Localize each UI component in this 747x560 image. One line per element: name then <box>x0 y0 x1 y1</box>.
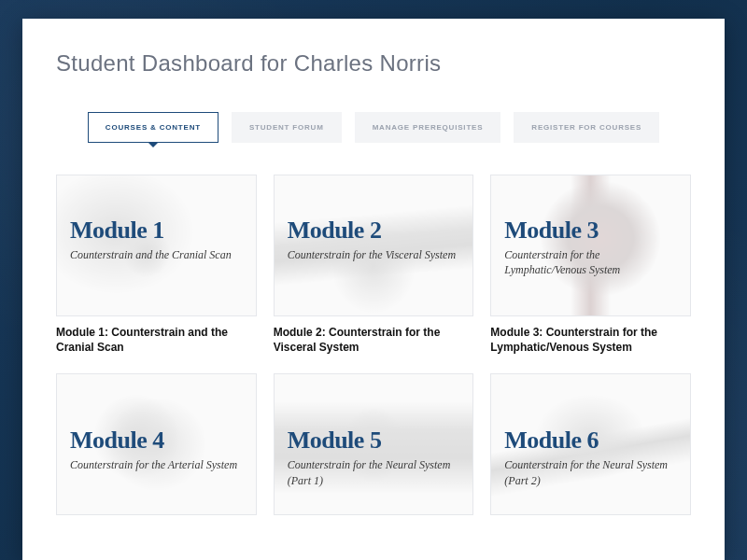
dashboard-panel: Student Dashboard for Charles Norris Cou… <box>22 19 725 560</box>
module-thumb: Module 1 Counterstrain and the Cranial S… <box>56 175 257 316</box>
module-caption: Module 1: Counterstrain and the Cranial … <box>56 325 257 355</box>
module-thumb-title: Module 3 <box>504 217 677 245</box>
tab-bar: Courses & Content Student Forum Manage P… <box>56 112 691 143</box>
module-thumb-title: Module 2 <box>288 217 460 245</box>
tab-courses-content[interactable]: Courses & Content <box>88 112 218 143</box>
page-title: Student Dashboard for Charles Norris <box>56 50 691 77</box>
module-thumb-subtitle: Counterstrain for the Arterial System <box>70 457 243 472</box>
module-card-1[interactable]: Module 1 Counterstrain and the Cranial S… <box>56 175 257 355</box>
tab-student-forum[interactable]: Student Forum <box>232 112 342 143</box>
module-thumb: Module 3 Counterstrain for the Lymphatic… <box>490 175 691 316</box>
module-caption: Module 3: Counterstrain for the Lymphati… <box>490 325 691 355</box>
module-thumb-text: Module 1 Counterstrain and the Cranial S… <box>70 217 243 262</box>
module-thumb-text: Module 5 Counterstrain for the Neural Sy… <box>288 427 460 487</box>
module-thumb-title: Module 6 <box>504 427 677 455</box>
tab-register-courses[interactable]: Register for Courses <box>514 112 659 143</box>
module-thumb-subtitle: Counterstrain for the Lymphatic/Venous S… <box>504 247 677 277</box>
module-thumb-subtitle: Counterstrain and the Cranial Scan <box>70 247 243 262</box>
module-card-5[interactable]: Module 5 Counterstrain for the Neural Sy… <box>274 373 474 515</box>
module-thumb-subtitle: Counterstrain for the Neural System (Par… <box>288 457 460 487</box>
module-thumb-text: Module 4 Counterstrain for the Arterial … <box>70 427 243 472</box>
module-thumb-title: Module 5 <box>288 427 460 455</box>
module-card-6[interactable]: Module 6 Counterstrain for the Neural Sy… <box>490 373 691 515</box>
module-card-2[interactable]: Module 2 Counterstrain for the Visceral … <box>274 175 474 355</box>
module-thumb-text: Module 6 Counterstrain for the Neural Sy… <box>504 427 677 487</box>
module-thumb-title: Module 4 <box>70 427 243 455</box>
module-thumb-subtitle: Counterstrain for the Visceral System <box>288 247 460 262</box>
module-thumb-title: Module 1 <box>70 217 243 245</box>
module-thumb-text: Module 2 Counterstrain for the Visceral … <box>288 217 460 262</box>
module-thumb-text: Module 3 Counterstrain for the Lymphatic… <box>504 217 677 277</box>
tab-manage-prerequisites[interactable]: Manage Prerequisites <box>355 112 501 143</box>
module-grid: Module 1 Counterstrain and the Cranial S… <box>56 175 691 515</box>
module-thumb: Module 6 Counterstrain for the Neural Sy… <box>490 373 691 515</box>
module-caption: Module 2: Counterstrain for the Visceral… <box>274 325 474 355</box>
module-thumb-subtitle: Counterstrain for the Neural System (Par… <box>504 457 677 487</box>
module-thumb: Module 4 Counterstrain for the Arterial … <box>56 373 257 515</box>
module-card-3[interactable]: Module 3 Counterstrain for the Lymphatic… <box>490 175 691 355</box>
module-thumb: Module 2 Counterstrain for the Visceral … <box>274 175 474 316</box>
module-thumb: Module 5 Counterstrain for the Neural Sy… <box>274 373 474 515</box>
module-card-4[interactable]: Module 4 Counterstrain for the Arterial … <box>56 373 257 515</box>
